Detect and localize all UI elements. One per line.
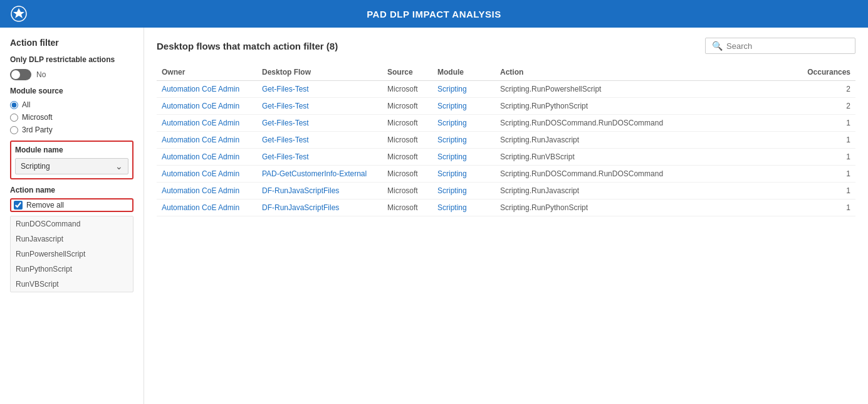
module-source-radio-group: All Microsoft 3rd Party (10, 100, 133, 134)
cell-occurrences: 2 (793, 81, 855, 98)
cell-occurrences: 1 (793, 115, 855, 132)
action-list-item[interactable]: RunPythonScript (11, 262, 133, 277)
cell-module: Scripting (432, 115, 495, 132)
table-row: Automation CoE AdminGet-Files-TestMicros… (157, 149, 855, 166)
module-name-value: Scripting (21, 162, 50, 171)
action-list-item[interactable]: RunDOSCommand (11, 216, 133, 231)
cell-action: Scripting.RunPowershellScript (495, 81, 793, 98)
cell-occurrences: 1 (793, 199, 855, 216)
radio-all-label: All (22, 100, 30, 109)
action-list-item[interactable]: RunJavascript (11, 231, 133, 247)
table-header-row: Owner Desktop Flow Source Module Action … (157, 64, 855, 81)
search-icon: 🔍 (712, 41, 723, 51)
radio-third-party[interactable]: 3rd Party (10, 125, 133, 134)
panel-title: Action filter (10, 38, 133, 48)
action-list-item[interactable]: RunVBScript (11, 277, 133, 292)
cell-module: Scripting (432, 149, 495, 166)
table-row: Automation CoE AdminGet-Files-TestMicros… (157, 98, 855, 115)
action-list: RunDOSCommandRunJavascriptRunPowershellS… (10, 216, 133, 292)
cell-flow[interactable]: PAD-GetCustomerInfo-External (257, 166, 382, 183)
cell-flow[interactable]: Get-Files-Test (257, 81, 382, 98)
header-title: PAD DLP IMPACT ANALYSIS (367, 9, 501, 19)
cell-occurrences: 1 (793, 183, 855, 199)
only-dlp-toggle[interactable] (10, 69, 31, 80)
cell-flow[interactable]: Get-Files-Test (257, 98, 382, 115)
cell-module: Scripting (432, 132, 495, 149)
col-header-occurrences: Occurances (793, 64, 855, 81)
radio-microsoft-label: Microsoft (22, 113, 53, 122)
col-header-flow: Desktop Flow (257, 64, 382, 81)
right-panel: Desktop flows that match action filter (… (144, 28, 868, 404)
col-header-module: Module (432, 64, 495, 81)
cell-action: Scripting.RunJavascript (495, 132, 793, 149)
table-row: Automation CoE AdminGet-Files-TestMicros… (157, 81, 855, 98)
section-title: Desktop flows that match action filter (… (157, 41, 338, 51)
cell-owner[interactable]: Automation CoE Admin (157, 132, 257, 149)
cell-flow[interactable]: DF-RunJavaScriptFiles (257, 183, 382, 199)
action-name-section: Action name Remove all RunDOSCommandRunJ… (10, 186, 133, 292)
module-name-section: Module name Scripting ⌄ (10, 141, 133, 179)
cell-action: Scripting.RunVBScript (495, 149, 793, 166)
col-header-source: Source (382, 64, 432, 81)
main-container: Action filter Only DLP restrictable acti… (0, 28, 868, 404)
cell-action: Scripting.RunPythonScript (495, 199, 793, 216)
table-row: Automation CoE AdminDF-RunJavaScriptFile… (157, 183, 855, 199)
cell-source: Microsoft (382, 199, 432, 216)
cell-occurrences: 1 (793, 149, 855, 166)
cell-occurrences: 1 (793, 132, 855, 149)
toggle-value-label: No (36, 70, 46, 79)
cell-module: Scripting (432, 81, 495, 98)
cell-owner[interactable]: Automation CoE Admin (157, 166, 257, 183)
cell-module: Scripting (432, 166, 495, 183)
table-row: Automation CoE AdminGet-Files-TestMicros… (157, 115, 855, 132)
left-panel: Action filter Only DLP restrictable acti… (0, 28, 144, 404)
cell-module: Scripting (432, 199, 495, 216)
cell-owner[interactable]: Automation CoE Admin (157, 199, 257, 216)
module-name-label: Module name (15, 146, 128, 154)
cell-owner[interactable]: Automation CoE Admin (157, 183, 257, 199)
radio-all[interactable]: All (10, 100, 133, 109)
cell-module: Scripting (432, 183, 495, 199)
cell-owner[interactable]: Automation CoE Admin (157, 98, 257, 115)
table-row: Automation CoE AdminPAD-GetCustomerInfo-… (157, 166, 855, 183)
cell-source: Microsoft (382, 166, 432, 183)
module-source-label: Module source (10, 87, 133, 95)
cell-source: Microsoft (382, 98, 432, 115)
cell-occurrences: 1 (793, 166, 855, 183)
cell-source: Microsoft (382, 81, 432, 98)
cell-source: Microsoft (382, 115, 432, 132)
cell-flow[interactable]: DF-RunJavaScriptFiles (257, 199, 382, 216)
col-header-owner: Owner (157, 64, 257, 81)
radio-third-party-label: 3rd Party (22, 125, 53, 134)
cell-owner[interactable]: Automation CoE Admin (157, 81, 257, 98)
cell-flow[interactable]: Get-Files-Test (257, 149, 382, 166)
cell-action: Scripting.RunJavascript (495, 183, 793, 199)
table-body: Automation CoE AdminGet-Files-TestMicros… (157, 81, 855, 216)
remove-all-label[interactable]: Remove all (26, 201, 64, 210)
cell-owner[interactable]: Automation CoE Admin (157, 149, 257, 166)
cell-flow[interactable]: Get-Files-Test (257, 132, 382, 149)
chevron-down-icon: ⌄ (115, 161, 123, 171)
right-header: Desktop flows that match action filter (… (157, 38, 855, 54)
cell-source: Microsoft (382, 132, 432, 149)
cell-flow[interactable]: Get-Files-Test (257, 115, 382, 132)
cell-source: Microsoft (382, 183, 432, 199)
cell-action: Scripting.RunDOSCommand.RunDOSCommand (495, 115, 793, 132)
table-row: Automation CoE AdminDF-RunJavaScriptFile… (157, 199, 855, 216)
cell-action: Scripting.RunPythonScript (495, 98, 793, 115)
search-input[interactable] (726, 41, 849, 51)
remove-all-checkbox[interactable] (14, 201, 23, 210)
cell-module: Scripting (432, 98, 495, 115)
app-header: PAD DLP IMPACT ANALYSIS (0, 0, 868, 28)
module-name-dropdown[interactable]: Scripting ⌄ (15, 158, 128, 174)
cell-occurrences: 2 (793, 98, 855, 115)
search-box[interactable]: 🔍 (705, 38, 855, 54)
action-list-item[interactable]: RunPowershellScript (11, 247, 133, 262)
app-logo[interactable] (9, 4, 29, 24)
radio-microsoft[interactable]: Microsoft (10, 113, 133, 122)
col-header-action: Action (495, 64, 793, 81)
table-row: Automation CoE AdminGet-Files-TestMicros… (157, 132, 855, 149)
action-name-label: Action name (10, 186, 133, 194)
only-dlp-toggle-row: No (10, 69, 133, 80)
cell-owner[interactable]: Automation CoE Admin (157, 115, 257, 132)
